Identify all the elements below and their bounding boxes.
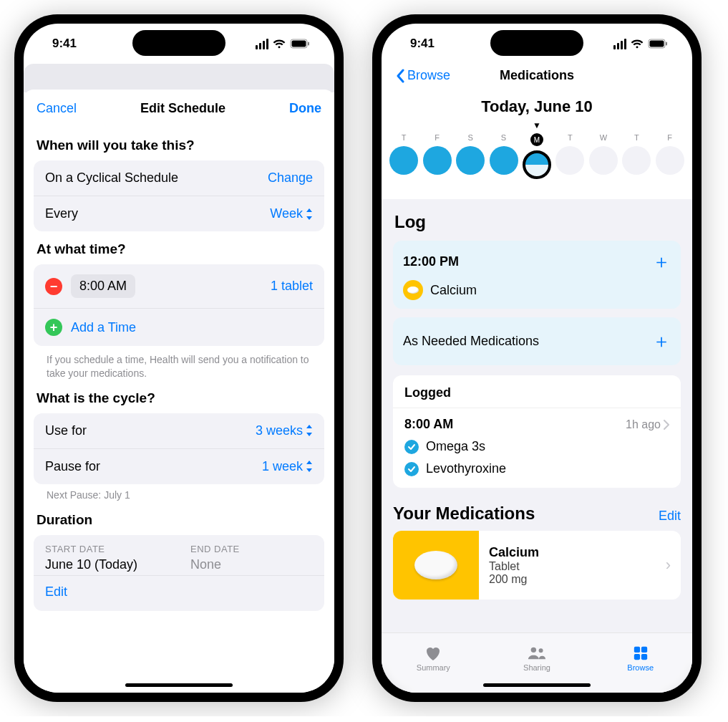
grid-icon	[631, 645, 650, 661]
day-column[interactable]: F	[654, 133, 686, 179]
cellular-icon	[613, 39, 626, 49]
every-row[interactable]: Every Week	[34, 196, 324, 231]
svg-rect-8	[634, 647, 640, 653]
week-strip[interactable]: TFSSMTWTF	[382, 133, 692, 189]
svg-rect-9	[641, 647, 647, 653]
day-column[interactable]: S	[487, 133, 520, 179]
day-letter: F	[435, 133, 440, 142]
done-button[interactable]: Done	[289, 101, 321, 116]
logged-med-name: Levothyroxine	[426, 461, 506, 476]
edit-schedule-sheet: Cancel Edit Schedule Done When will you …	[24, 90, 334, 693]
date-pointer-icon: ▼	[382, 120, 692, 130]
tablet-icon	[414, 551, 457, 579]
logged-time: 8:00 AM	[404, 417, 453, 432]
change-button[interactable]: Change	[268, 170, 313, 186]
day-column[interactable]: T	[553, 133, 586, 179]
pause-for-label: Pause for	[45, 459, 100, 474]
log-med-row[interactable]: Calcium	[403, 280, 671, 300]
phone-right: 9:41 Browse Medications Today, June 10 ▼…	[372, 14, 702, 702]
day-dot	[555, 146, 584, 175]
updown-icon	[306, 208, 313, 220]
status-time: 9:41	[52, 37, 77, 51]
schedule-type-row[interactable]: On a Cyclical Schedule Change	[34, 160, 324, 196]
day-letter: S	[467, 133, 472, 142]
schedule-type-label: On a Cyclical Schedule	[45, 170, 178, 186]
logged-ago: 1h ago	[626, 418, 661, 431]
day-letter: T	[402, 133, 407, 142]
day-letter: F	[667, 133, 672, 142]
pause-for-row[interactable]: Pause for 1 week	[34, 448, 324, 484]
remove-time-button[interactable]: −	[45, 278, 62, 295]
day-letter: W	[600, 133, 607, 142]
use-for-label: Use for	[45, 423, 87, 438]
svg-rect-11	[641, 654, 647, 660]
your-meds-heading: Your Medications	[393, 504, 535, 524]
section-title-duration: Duration	[37, 512, 321, 528]
day-column[interactable]: M	[520, 133, 553, 179]
day-dot	[456, 146, 485, 175]
time-footnote: If you schedule a time, Health will send…	[34, 346, 324, 380]
nav-bar: Browse Medications	[382, 64, 692, 83]
logged-heading: Logged	[393, 375, 681, 408]
pill-icon	[403, 280, 423, 300]
medication-card[interactable]: Calcium Tablet 200 mg ›	[393, 531, 681, 600]
log-med-name: Calcium	[430, 283, 477, 298]
day-dot	[423, 146, 452, 175]
logged-entry[interactable]: 8:00 AM 1h ago Omega 3sLevothyroxine	[393, 408, 681, 488]
time-picker[interactable]: 8:00 AM	[71, 274, 135, 298]
logged-card: Logged 8:00 AM 1h ago Omega 3sLevothyrox…	[393, 375, 681, 488]
updown-icon	[306, 425, 313, 436]
chevron-right-icon: ›	[666, 556, 671, 574]
pause-for-value: 1 week	[262, 459, 303, 474]
cellular-icon	[256, 39, 268, 49]
day-dot	[589, 146, 618, 175]
duration-card: START DATE June 10 (Today) END DATE None…	[34, 535, 324, 611]
tab-summary[interactable]: Summary	[382, 633, 485, 693]
schedule-card: On a Cyclical Schedule Change Every Week	[34, 160, 324, 231]
tab-browse-label: Browse	[627, 663, 654, 672]
svg-rect-1	[292, 41, 306, 47]
home-indicator[interactable]	[483, 683, 591, 687]
use-for-row[interactable]: Use for 3 weeks	[34, 413, 324, 448]
edit-meds-button[interactable]: Edit	[659, 509, 681, 524]
chevron-right-icon	[664, 420, 669, 430]
check-icon	[404, 440, 419, 454]
logged-med-name: Omega 3s	[426, 439, 485, 454]
check-icon	[404, 462, 419, 476]
log-tile-upcoming[interactable]: 12:00 PM ＋ Calcium	[393, 241, 681, 309]
wifi-icon	[273, 39, 286, 49]
nav-title: Medications	[500, 68, 574, 83]
dose-value[interactable]: 1 tablet	[271, 279, 313, 294]
day-dot	[656, 146, 684, 175]
dynamic-island	[132, 30, 225, 56]
medication-swatch	[393, 531, 479, 600]
svg-rect-4	[650, 41, 664, 47]
home-indicator[interactable]	[125, 683, 233, 687]
chevron-left-icon	[396, 69, 404, 83]
phone-left: 9:41 Cancel Edit Schedule Done When will…	[14, 14, 344, 702]
day-column[interactable]: T	[620, 133, 653, 179]
edit-duration-button[interactable]: Edit	[34, 575, 324, 611]
back-label: Browse	[407, 68, 450, 83]
back-button[interactable]: Browse	[396, 68, 450, 83]
day-letter: T	[634, 133, 639, 142]
day-column[interactable]: W	[587, 133, 620, 179]
day-dot	[490, 146, 518, 175]
cancel-button[interactable]: Cancel	[37, 101, 77, 116]
tab-browse[interactable]: Browse	[588, 633, 692, 693]
add-as-needed-button[interactable]: ＋	[652, 329, 671, 354]
medication-name: Calcium	[489, 545, 656, 560]
every-value: Week	[270, 206, 303, 221]
day-column[interactable]: T	[387, 133, 420, 179]
day-column[interactable]: F	[420, 133, 453, 179]
use-for-value: 3 weeks	[256, 423, 303, 438]
add-icon: +	[45, 319, 62, 336]
add-time-row[interactable]: + Add a Time	[34, 308, 324, 346]
day-column[interactable]: S	[454, 133, 487, 179]
medication-form: Tablet	[489, 560, 656, 573]
svg-rect-10	[634, 654, 640, 660]
as-needed-row[interactable]: As Needed Medications ＋	[393, 317, 681, 365]
start-date-field: START DATE June 10 (Today)	[34, 535, 179, 575]
sheet-title: Edit Schedule	[140, 101, 225, 116]
add-log-button[interactable]: ＋	[652, 249, 671, 274]
